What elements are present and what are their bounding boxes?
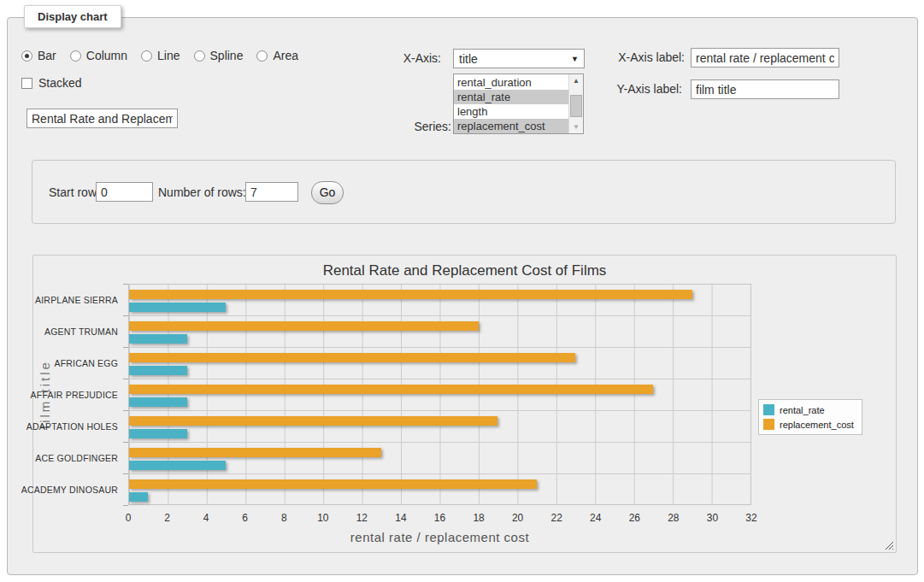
bar-rental_rate: [129, 461, 226, 470]
x-tick-label: 14: [395, 512, 406, 524]
series-listbox: rental_durationrental_ratelengthreplacem…: [453, 73, 584, 134]
scroll-up-icon[interactable]: ▲: [569, 74, 583, 87]
number-of-rows-label: Number of rows:: [158, 185, 246, 199]
x-tick-label: 20: [512, 512, 523, 524]
start-row-input[interactable]: [96, 182, 153, 202]
y-tick-label: ACE GOLDFINGER: [33, 442, 123, 473]
bar-replacement_cost: [129, 290, 692, 299]
x-tick-label: 2: [164, 512, 170, 524]
y-tick-mark: [123, 347, 128, 348]
chart-type-radio-area[interactable]: [256, 50, 268, 62]
series-options: rental_durationrental_ratelengthreplacem…: [454, 74, 568, 133]
panel-title: Display chart: [38, 10, 108, 23]
chart-type-radio-label: Area: [273, 49, 298, 62]
series-label: Series:: [375, 120, 451, 133]
chart-band: [129, 285, 750, 316]
legend-label: replacement_cost: [780, 420, 854, 430]
x-axis-label-label: X-Axis label:: [589, 50, 685, 64]
chevron-down-icon: ▼: [571, 55, 579, 63]
display-chart-panel: BarColumnLineSplineArea Stacked X-Axis: …: [7, 17, 918, 575]
chart-type-radio-spline[interactable]: [194, 50, 205, 62]
chart-band: [129, 379, 750, 411]
legend-entry: rental_rate: [763, 404, 854, 415]
bar-replacement_cost: [129, 416, 497, 426]
stacked-row: Stacked: [21, 76, 91, 90]
x-axis-title: rental rate / replacement cost: [128, 530, 751, 544]
series-option-length[interactable]: length: [454, 104, 568, 119]
x-tick-label: 8: [281, 512, 287, 524]
number-of-rows-input[interactable]: [245, 182, 298, 202]
chart-type-group: BarColumnLineSplineArea: [21, 49, 307, 62]
legend-swatch-icon: [763, 404, 774, 415]
plot-grid: [128, 284, 751, 505]
bar-replacement_cost: [129, 479, 537, 489]
y-tick-label: ADAPTATION HOLES: [33, 410, 123, 442]
y-tick-mark: [123, 379, 128, 379]
chart-band: [129, 411, 750, 443]
x-tick-label: 6: [242, 512, 248, 524]
y-tick-label: AGENT TRUMAN: [33, 315, 123, 347]
series-option-replacement_cost[interactable]: replacement_cost: [454, 119, 568, 133]
series-option-rental_duration[interactable]: rental_duration: [454, 75, 568, 90]
legend-label: rental_rate: [780, 405, 825, 415]
x-tick-label: 22: [551, 512, 562, 524]
legend-entry: replacement_cost: [763, 419, 854, 430]
x-tick-label: 30: [707, 512, 718, 524]
rows-panel: Start row: Number of rows: Go: [32, 160, 896, 224]
chart-type-radio-label: Line: [157, 49, 180, 62]
series-option-rental_rate[interactable]: rental_rate: [454, 90, 568, 104]
bar-rental_rate: [129, 492, 148, 502]
bar-replacement_cost: [129, 321, 479, 331]
stacked-checkbox[interactable]: [21, 78, 32, 89]
bar-rental_rate: [129, 366, 187, 375]
bar-rental_rate: [129, 429, 187, 438]
chart-band: [129, 474, 750, 506]
chart-type-radio-label: Bar: [38, 49, 56, 62]
x-tick-label: 28: [668, 512, 679, 524]
chart-type-radio-column[interactable]: [70, 50, 81, 62]
chart-type-radio-label: Column: [86, 49, 127, 62]
x-tick-label: 16: [434, 512, 445, 524]
y-tick-mark: [123, 284, 128, 285]
bar-rental_rate: [129, 334, 187, 344]
y-tick-mark: [123, 473, 128, 474]
x-axis-select[interactable]: title ▼: [453, 49, 585, 68]
series-listbox-scrollbar[interactable]: ▲ ▼: [568, 74, 583, 133]
x-axis-selected-value: title: [459, 52, 478, 66]
y-axis-label-input[interactable]: [691, 79, 839, 99]
chart-type-radio-line[interactable]: [141, 50, 152, 62]
scrollbar-thumb[interactable]: [570, 95, 582, 117]
chart-band: [129, 316, 750, 348]
x-tick-label: 32: [745, 512, 756, 524]
y-tick-mark: [123, 315, 128, 316]
bar-replacement_cost: [129, 385, 653, 394]
chart-type-radio-bar[interactable]: [21, 50, 32, 62]
y-tick-label: AFFAIR PREJUDICE: [33, 379, 123, 410]
chart-title: Rental Rate and Replacement Cost of Film…: [33, 262, 896, 279]
resize-handle-icon[interactable]: [884, 540, 893, 550]
bar-replacement_cost: [129, 448, 381, 457]
chart-title-input[interactable]: [26, 109, 178, 128]
chart-band: [129, 443, 750, 474]
x-axis-label-input[interactable]: [691, 48, 839, 68]
y-tick-label: ACADEMY DINOSAUR: [33, 473, 123, 505]
bar-rental_rate: [129, 303, 226, 312]
chart-legend: rental_ratereplacement_cost: [758, 399, 862, 435]
x-tick-label: 12: [356, 512, 368, 524]
y-tick-label: AIRPLANE SIERRA: [33, 284, 123, 315]
bar-rental_rate: [129, 397, 187, 407]
y-tick-label: AFRICAN EGG: [33, 347, 123, 379]
y-tick-mark: [123, 410, 128, 411]
x-tick-label: 26: [629, 512, 640, 524]
y-axis-label-label: Y-Axis label:: [589, 82, 682, 96]
chart-panel: Rental Rate and Replacement Cost of Film…: [32, 255, 897, 553]
legend-swatch-icon: [763, 419, 774, 430]
scroll-down-icon[interactable]: ▼: [569, 121, 583, 133]
bar-replacement_cost: [129, 353, 575, 362]
go-button[interactable]: Go: [311, 181, 344, 204]
x-tick-label: 4: [203, 512, 209, 524]
x-tick-label: 18: [473, 512, 484, 524]
chart-band: [129, 348, 750, 379]
x-tick-label: 0: [126, 512, 132, 524]
stacked-label: Stacked: [38, 76, 82, 90]
